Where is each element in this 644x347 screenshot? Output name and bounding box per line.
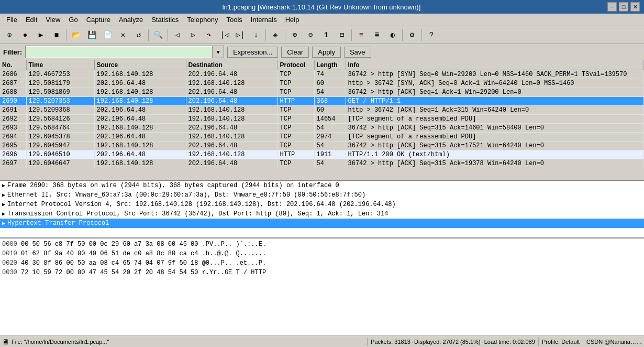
cell-src: 202.196.64.48: [94, 106, 186, 115]
table-row[interactable]: 2695129.6045947192.168.140.128202.196.64…: [0, 142, 644, 150]
col-header-destination[interactable]: Destination: [186, 60, 277, 70]
menu-item-analyze[interactable]: Analyze: [115, 15, 147, 25]
table-row[interactable]: 2688129.5081869192.168.140.128202.196.64…: [0, 88, 644, 97]
table-row[interactable]: 2690129.5207353192.168.140.128202.196.64…: [0, 97, 644, 106]
table-row[interactable]: 2697129.6046647192.168.140.128202.196.64…: [0, 159, 644, 168]
preferences-button[interactable]: ⚙: [405, 28, 419, 42]
apply-button[interactable]: Apply: [312, 47, 341, 58]
cell-info: 36742 > http [ACK] Seq=315 Ack=19378 Win…: [346, 159, 644, 168]
expand-arrow-icon: ▶: [2, 201, 5, 208]
detail-row-text: Hypertext Transfer Protocol: [7, 220, 109, 227]
status-watermark: CSDN @Nanana……: [586, 339, 642, 345]
col-header-no[interactable]: No.: [0, 60, 26, 70]
minimize-button[interactable]: −: [607, 2, 617, 12]
col-header-protocol[interactable]: Protocol: [277, 60, 314, 70]
window-controls: − □ ✕: [607, 2, 640, 12]
go-last-button[interactable]: ▷|: [233, 28, 248, 42]
cell-proto: TCP: [277, 106, 314, 115]
table-row[interactable]: 2694129.6045378202.196.64.48192.168.140.…: [0, 133, 644, 142]
filter-input-wrap: ▼: [25, 46, 224, 58]
hex-ascii: .b..@.@. Q.......: [202, 250, 266, 257]
save-capture-button[interactable]: 💾: [84, 28, 99, 42]
table-row[interactable]: 2687129.5081179202.196.64.48192.168.140.…: [0, 79, 644, 88]
status-load-time: Load time: 0:02.089: [484, 339, 535, 345]
go-to-packet-button[interactable]: ↷: [202, 28, 216, 42]
window-title: ln1.pcapng [Wireshark 1.10.14 (Git Rev U…: [36, 3, 607, 11]
clear-button[interactable]: Clear: [281, 47, 309, 58]
status-packets: Packets: 31813: [371, 339, 410, 345]
cell-dst: 192.168.140.128: [186, 133, 277, 142]
col-header-info[interactable]: Info: [346, 60, 644, 70]
col-header-length[interactable]: Length: [314, 60, 346, 70]
table-row[interactable]: 2696129.6046510202.196.64.48192.168.140.…: [0, 150, 644, 159]
expand-arrow-icon: ▶: [2, 182, 5, 189]
table-row[interactable]: 2691129.5209368202.196.64.48192.168.140.…: [0, 106, 644, 115]
detail-row-ip[interactable]: ▶Internet Protocol Version 4, Src: 192.1…: [0, 200, 644, 209]
reload-capture-button[interactable]: ✕: [116, 28, 130, 42]
stop-capture-button[interactable]: ▶: [34, 28, 48, 42]
hex-bytes: 72 10 59 72 00 00 47 45 54 20 2f 20 48 5…: [21, 269, 202, 276]
zoom-out-button[interactable]: ⊖: [303, 28, 318, 42]
table-row[interactable]: 2686129.4667253192.168.140.128202.196.64…: [0, 70, 644, 79]
menu-item-go[interactable]: Go: [64, 15, 82, 25]
detail-row-frame[interactable]: ▶Frame 2690: 368 bytes on wire (2944 bit…: [0, 181, 644, 190]
table-row[interactable]: 2693129.5684764192.168.140.128202.196.64…: [0, 124, 644, 133]
interface-list-button[interactable]: ⊙: [2, 28, 17, 42]
zoom-in-button[interactable]: ⊕: [287, 28, 302, 42]
close-capture-button[interactable]: 📄: [100, 28, 115, 42]
menu-item-file[interactable]: File: [2, 15, 21, 25]
cell-dst: 192.168.140.128: [186, 115, 277, 124]
cell-info: [TCP segment of a reassembled PDU]: [346, 133, 644, 142]
go-forward-button[interactable]: ▷: [186, 28, 201, 42]
open-capture-button[interactable]: 📂: [69, 28, 83, 42]
menu-item-telephony[interactable]: Telephony: [183, 15, 222, 25]
cell-no: 2693: [0, 124, 26, 133]
go-first-button[interactable]: |◁: [217, 28, 232, 42]
detail-row-text: Frame 2690: 368 bytes on wire (2944 bits…: [7, 182, 339, 189]
packet-header: No.TimeSourceDestinationProtocolLengthIn…: [0, 60, 644, 70]
auto-scroll-button[interactable]: ↓: [249, 28, 263, 42]
col-header-source[interactable]: Source: [94, 60, 186, 70]
restart-capture-button[interactable]: ■: [49, 28, 64, 42]
packet-detail-container: ▶Frame 2690: 368 bytes on wire (2944 bit…: [0, 181, 644, 238]
menu-item-statistics[interactable]: Statistics: [147, 15, 183, 25]
go-back-button[interactable]: ◁: [170, 28, 185, 42]
find-packet-button[interactable]: 🔍: [151, 28, 165, 42]
cell-src: 192.168.140.128: [94, 124, 186, 133]
toolbar-separator-1: [66, 29, 66, 41]
menu-item-view[interactable]: View: [41, 15, 64, 25]
menu-item-internals[interactable]: Internals: [247, 15, 281, 25]
packet-list-scroll[interactable]: No.TimeSourceDestinationProtocolLengthIn…: [0, 60, 644, 180]
reload2-button[interactable]: ↺: [131, 28, 146, 42]
colorize-button[interactable]: ◈: [268, 28, 283, 42]
help-button[interactable]: ?: [424, 28, 439, 42]
filter-input[interactable]: [26, 47, 212, 57]
table-row[interactable]: 2692129.5684126202.196.64.48192.168.140.…: [0, 115, 644, 124]
capture-filters-button[interactable]: ≡: [354, 28, 369, 42]
menu-item-edit[interactable]: Edit: [21, 15, 41, 25]
detail-row-http[interactable]: ▶Hypertext Transfer Protocol: [0, 219, 644, 228]
expand-arrow-icon: ▶: [2, 192, 5, 198]
start-capture-button[interactable]: ●: [18, 28, 32, 42]
cell-proto: TCP: [277, 133, 314, 142]
save-button[interactable]: Save: [344, 47, 371, 58]
cell-time: 129.5207353: [26, 97, 94, 106]
expression-button[interactable]: Expression...: [227, 47, 278, 58]
toolbar-separator-7: [402, 29, 403, 41]
close-button[interactable]: ✕: [630, 2, 640, 12]
menu-item-tools[interactable]: Tools: [222, 15, 246, 25]
hex-bytes: 01 62 8f 9a 40 00 40 06 51 de c0 a8 8c 8…: [21, 250, 202, 257]
hex-offset: 0010: [2, 250, 21, 257]
cell-info: 36742 > http [ACK] Seq=315 Ack=14601 Win…: [346, 124, 644, 133]
coloring-rules-button[interactable]: ◐: [385, 28, 400, 42]
detail-row-ethernet[interactable]: ▶Ethernet II, Src: Vmware_60:a7:3a (00:0…: [0, 190, 644, 200]
normal-size-button[interactable]: 1: [319, 28, 334, 42]
col-header-time[interactable]: Time: [26, 60, 94, 70]
detail-row-tcp[interactable]: ▶Transmission Control Protocol, Src Port…: [0, 209, 644, 219]
menu-item-capture[interactable]: Capture: [82, 15, 115, 25]
resize-cols-button[interactable]: ⊟: [335, 28, 349, 42]
menu-item-help[interactable]: Help: [281, 15, 304, 25]
display-filters-button[interactable]: ≣: [370, 28, 384, 42]
filter-dropdown-button[interactable]: ▼: [212, 46, 224, 58]
maximize-button[interactable]: □: [619, 2, 628, 12]
